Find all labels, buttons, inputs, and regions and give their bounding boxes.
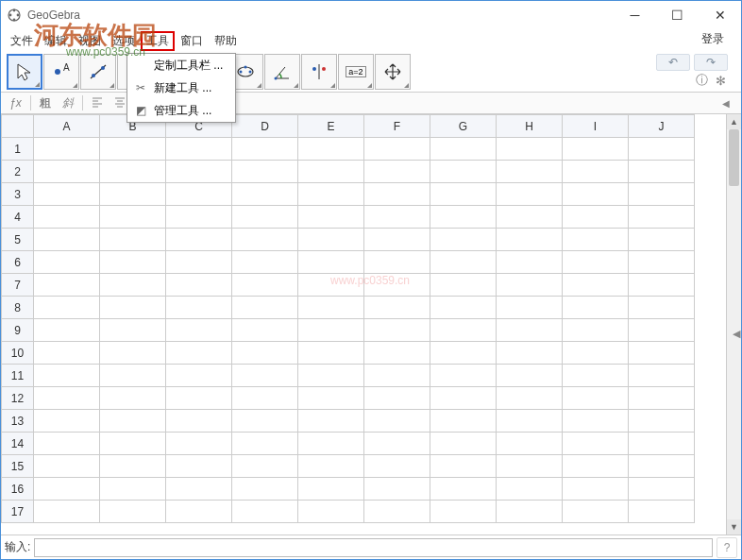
column-header[interactable]: F	[364, 115, 430, 138]
row-header[interactable]: 17	[2, 501, 34, 523]
cell[interactable]	[497, 138, 563, 161]
cell[interactable]	[166, 161, 232, 183]
cell[interactable]	[563, 229, 629, 251]
cell[interactable]	[100, 387, 166, 410]
cell[interactable]	[232, 251, 298, 274]
cell[interactable]	[166, 501, 232, 523]
cell[interactable]	[430, 251, 497, 274]
cell[interactable]	[100, 183, 166, 206]
cell[interactable]	[298, 365, 364, 387]
row-header[interactable]: 15	[2, 455, 34, 478]
input-help-icon[interactable]: ?	[717, 537, 737, 558]
cell[interactable]	[364, 297, 430, 319]
italic-button[interactable]: 斜	[59, 95, 76, 111]
cell[interactable]	[298, 206, 364, 229]
cell[interactable]	[430, 455, 497, 478]
cell[interactable]	[166, 478, 232, 501]
cell[interactable]	[100, 297, 166, 319]
cell[interactable]	[298, 433, 364, 455]
cell[interactable]	[563, 183, 629, 206]
tool-angle[interactable]	[264, 54, 300, 90]
row-header[interactable]: 16	[2, 478, 34, 501]
cell[interactable]	[364, 206, 430, 229]
cell[interactable]	[364, 501, 430, 523]
cell[interactable]	[497, 161, 563, 183]
column-header[interactable]: A	[34, 115, 100, 138]
cell[interactable]	[629, 433, 695, 455]
cell[interactable]	[34, 387, 100, 410]
column-header[interactable]: E	[298, 115, 364, 138]
cell[interactable]	[232, 342, 298, 365]
cell[interactable]	[34, 138, 100, 161]
cell[interactable]	[563, 365, 629, 387]
maximize-button[interactable]: ☐	[656, 1, 699, 29]
cell[interactable]	[232, 410, 298, 433]
cell[interactable]	[298, 387, 364, 410]
cell[interactable]	[629, 161, 695, 183]
cell[interactable]	[298, 297, 364, 319]
tool-line[interactable]	[80, 54, 116, 90]
cell[interactable]	[232, 433, 298, 455]
row-header[interactable]: 11	[2, 365, 34, 387]
minimize-button[interactable]: ─	[614, 1, 656, 29]
cell[interactable]	[497, 410, 563, 433]
cell[interactable]	[34, 478, 100, 501]
redo-button[interactable]: ↷	[694, 54, 728, 71]
cell[interactable]	[629, 342, 695, 365]
tool-point[interactable]: A	[43, 54, 79, 90]
cell[interactable]	[430, 319, 497, 342]
row-header[interactable]: 3	[2, 183, 34, 206]
cell[interactable]	[497, 478, 563, 501]
cell[interactable]	[364, 433, 430, 455]
menu-file[interactable]: 文件	[5, 31, 39, 51]
cell[interactable]	[100, 319, 166, 342]
cell[interactable]	[100, 342, 166, 365]
cell[interactable]	[629, 501, 695, 523]
cell[interactable]	[166, 319, 232, 342]
cell[interactable]	[629, 229, 695, 251]
menu-view[interactable]: 视图	[73, 31, 107, 51]
cell[interactable]	[563, 138, 629, 161]
cell[interactable]	[34, 206, 100, 229]
cell[interactable]	[298, 342, 364, 365]
cell[interactable]	[232, 183, 298, 206]
cell[interactable]	[34, 433, 100, 455]
scroll-thumb[interactable]	[729, 129, 739, 186]
cell[interactable]	[34, 410, 100, 433]
cell[interactable]	[364, 387, 430, 410]
cell[interactable]	[364, 161, 430, 183]
cell[interactable]	[298, 251, 364, 274]
cell[interactable]	[629, 319, 695, 342]
cell[interactable]	[563, 433, 629, 455]
cell[interactable]	[100, 455, 166, 478]
cell[interactable]	[430, 501, 497, 523]
close-button[interactable]: ✕	[699, 1, 741, 29]
cell[interactable]	[563, 274, 629, 297]
cell[interactable]	[34, 274, 100, 297]
cell[interactable]	[100, 501, 166, 523]
scroll-down-icon[interactable]: ▼	[727, 519, 741, 535]
cell[interactable]	[34, 183, 100, 206]
cell[interactable]	[232, 206, 298, 229]
cell[interactable]	[100, 229, 166, 251]
cell[interactable]	[430, 138, 497, 161]
cell[interactable]	[166, 206, 232, 229]
cell[interactable]	[232, 365, 298, 387]
cell[interactable]	[364, 455, 430, 478]
cell[interactable]	[563, 342, 629, 365]
cell[interactable]	[629, 455, 695, 478]
cell[interactable]	[629, 387, 695, 410]
row-header[interactable]: 9	[2, 319, 34, 342]
cell[interactable]	[364, 138, 430, 161]
cell[interactable]	[563, 319, 629, 342]
cell[interactable]	[100, 206, 166, 229]
cell[interactable]	[364, 478, 430, 501]
cell[interactable]	[497, 297, 563, 319]
cell[interactable]	[34, 297, 100, 319]
cell[interactable]	[563, 297, 629, 319]
cell[interactable]	[34, 229, 100, 251]
cell[interactable]	[497, 251, 563, 274]
cell[interactable]	[100, 433, 166, 455]
cell[interactable]	[629, 365, 695, 387]
row-header[interactable]: 6	[2, 251, 34, 274]
